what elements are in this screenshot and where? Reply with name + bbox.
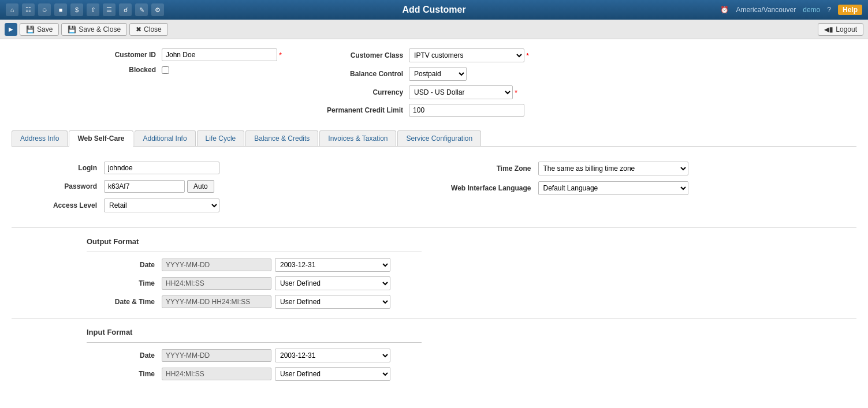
save-button[interactable]: 💾 Save xyxy=(20,23,59,36)
logout-icon: ◀▮ xyxy=(824,25,833,33)
output-datetime-static xyxy=(162,295,271,308)
main-content: Customer ID * Blocked Customer Class IPT… xyxy=(0,39,868,408)
right-form-col: Customer Class IPTV customers Residentia… xyxy=(316,48,529,121)
page-title: Add Customer xyxy=(402,5,465,15)
input-date-select[interactable]: 2003-12-31 31-12-2003 12/31/2003 xyxy=(275,349,390,362)
input-time-label: Time xyxy=(87,370,162,378)
tab-balance-credits[interactable]: Balance & Credits xyxy=(245,130,318,146)
required-star-id: * xyxy=(279,51,282,59)
grid-icon[interactable]: ■ xyxy=(54,3,67,16)
balance-control-label: Balance Control xyxy=(316,70,409,78)
output-time-static xyxy=(162,277,271,290)
tabs: Address Info Web Self-Care Additional In… xyxy=(12,130,856,146)
access-level-label: Access Level xyxy=(12,201,104,209)
web-self-care-layout: Login Password Auto Access Level Retail … xyxy=(12,162,856,218)
output-date-select[interactable]: 2003-12-31 31-12-2003 12/31/2003 xyxy=(275,258,390,272)
input-format-title: Input Format xyxy=(87,328,856,336)
password-label: Password xyxy=(12,182,104,190)
currency-label: Currency xyxy=(316,88,409,96)
tab-additional-info[interactable]: Additional Info xyxy=(135,130,196,146)
close-button[interactable]: ✖ Close xyxy=(129,23,168,36)
tab-invoices-taxation[interactable]: Invoices & Taxation xyxy=(319,130,396,146)
section-divider-1 xyxy=(12,227,856,228)
web-interface-language-label: Web Interface Language xyxy=(446,184,538,192)
login-label: Login xyxy=(12,164,104,172)
access-level-select[interactable]: Retail Admin Reseller xyxy=(104,199,219,212)
home-icon[interactable]: ⌂ xyxy=(6,3,18,16)
input-date-static xyxy=(162,349,271,362)
save-close-button[interactable]: 💾 Save & Close xyxy=(61,23,127,36)
timezone-select[interactable]: The same as billing time zone UTC Americ… xyxy=(538,162,688,175)
input-date-row: Date 2003-12-31 31-12-2003 12/31/2003 xyxy=(87,349,856,362)
tab-life-cycle[interactable]: Life Cycle xyxy=(197,130,245,146)
blocked-checkbox[interactable] xyxy=(162,66,169,74)
table-icon[interactable]: ☷ xyxy=(22,3,35,16)
customer-class-label: Customer Class xyxy=(316,51,409,59)
timezone-label: America/Vancouver xyxy=(736,6,796,14)
output-datetime-select[interactable]: User Defined Custom xyxy=(275,295,390,309)
output-format-title: Output Format xyxy=(87,237,856,246)
balance-control-select[interactable]: Postpaid Prepaid xyxy=(409,67,467,81)
web-self-care-content: Login Password Auto Access Level Retail … xyxy=(12,156,856,391)
login-input[interactable] xyxy=(104,162,219,174)
customer-id-input[interactable] xyxy=(162,48,277,61)
nav-icons: ⌂ ☷ ☺ ■ $ ⇧ ☰ ☌ ✎ ⚙ xyxy=(6,3,164,16)
blocked-label: Blocked xyxy=(69,66,162,74)
input-format-section: Input Format Date 2003-12-31 31-12-2003 … xyxy=(12,328,856,381)
required-star-class: * xyxy=(526,51,529,60)
section-divider-2 xyxy=(12,318,856,319)
top-bar-right: ⏰ America/Vancouver demo ? Help xyxy=(720,5,862,15)
required-star-currency: * xyxy=(515,88,517,97)
save-icon: 💾 xyxy=(26,25,35,33)
customer-class-select[interactable]: IPTV customers Residential Business xyxy=(409,48,524,62)
output-time-select[interactable]: User Defined 12-hour 24-hour xyxy=(275,276,390,290)
user-demo[interactable]: demo xyxy=(803,6,820,14)
left-form-col: Customer ID * Blocked xyxy=(69,48,282,121)
output-time-row: Time User Defined 12-hour 24-hour xyxy=(87,276,856,290)
perm-credit-limit-input[interactable] xyxy=(409,104,524,117)
auto-button[interactable]: Auto xyxy=(187,180,214,193)
output-date-static xyxy=(162,259,271,271)
toolbar: ▶ 💾 Save 💾 Save & Close ✖ Close ◀▮ Logou… xyxy=(0,20,868,39)
close-icon: ✖ xyxy=(136,25,141,33)
output-format-section: Output Format Date 2003-12-31 31-12-2003… xyxy=(12,237,856,309)
currency-select[interactable]: USD - US Dollar EUR - Euro CAD - Canadia… xyxy=(409,85,513,99)
tab-service-configuration[interactable]: Service Configuration xyxy=(397,130,481,146)
output-time-label: Time xyxy=(87,279,162,287)
perm-credit-limit-label: Permanent Credit Limit xyxy=(316,106,409,114)
output-datetime-row: Date & Time User Defined Custom xyxy=(87,295,856,309)
tabs-container: Address Info Web Self-Care Additional In… xyxy=(12,130,856,147)
password-input[interactable] xyxy=(104,180,185,193)
input-date-label: Date xyxy=(87,351,162,360)
layers-icon[interactable]: ☰ xyxy=(103,3,116,16)
tab-web-self-care[interactable]: Web Self-Care xyxy=(69,130,133,147)
timezone-label: Time Zone xyxy=(446,164,538,173)
play-button[interactable]: ▶ xyxy=(5,23,17,36)
upload-icon[interactable]: ⇧ xyxy=(87,3,99,16)
question-icon: ? xyxy=(827,6,831,14)
chart-icon[interactable]: ✎ xyxy=(135,3,148,16)
tab-address-info[interactable]: Address Info xyxy=(12,130,68,146)
web-interface-language-select[interactable]: Default Language English French xyxy=(538,181,688,195)
settings-icon[interactable]: ⚙ xyxy=(151,3,164,16)
customer-id-label: Customer ID xyxy=(69,51,162,59)
person-icon[interactable]: ☺ xyxy=(38,3,51,16)
logout-button[interactable]: ◀▮ Logout xyxy=(818,23,863,36)
input-time-select[interactable]: User Defined 12-hour 24-hour xyxy=(275,367,390,381)
save-close-icon: 💾 xyxy=(68,25,76,33)
help-button[interactable]: Help xyxy=(838,5,862,15)
web-self-care-right: Time Zone The same as billing time zone … xyxy=(446,162,857,218)
dollar-icon[interactable]: $ xyxy=(70,3,83,16)
clock-icon: ⏰ xyxy=(720,6,729,14)
input-time-row: Time User Defined 12-hour 24-hour xyxy=(87,367,856,381)
output-date-row: Date 2003-12-31 31-12-2003 12/31/2003 xyxy=(87,258,856,272)
output-datetime-label: Date & Time xyxy=(87,298,162,306)
web-self-care-left: Login Password Auto Access Level Retail … xyxy=(12,162,423,218)
output-date-label: Date xyxy=(87,261,162,269)
search-icon[interactable]: ☌ xyxy=(119,3,132,16)
input-time-static xyxy=(162,368,271,380)
